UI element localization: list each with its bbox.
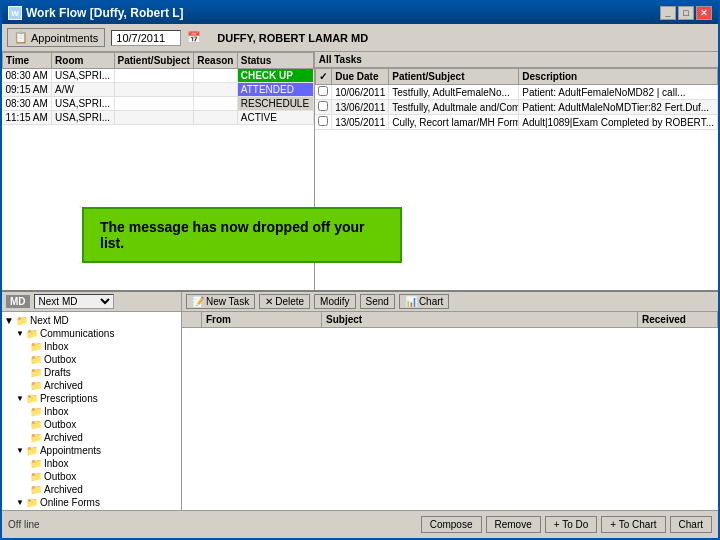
appt-reason: [194, 83, 237, 97]
close-button[interactable]: ✕: [696, 6, 712, 20]
task-due: 13/05/2011: [332, 115, 389, 130]
chart-button[interactable]: Chart: [670, 516, 712, 533]
remove-button[interactable]: Remove: [486, 516, 541, 533]
tree-item[interactable]: 📁 Archived: [4, 483, 179, 496]
upper-area: Time Room Patient/Subject Reason Status …: [2, 52, 718, 290]
col-time: Time: [3, 53, 52, 69]
calendar-icon[interactable]: 📅: [187, 31, 201, 44]
task-patient: Cully, Recort lamar/MH Form l...: [389, 115, 519, 130]
status-text: Off line: [8, 519, 40, 530]
footer-buttons: Compose Remove + To Do + To Chart Chart: [421, 516, 712, 533]
tree-expand-icon: ▼: [4, 315, 14, 326]
chart-top-button[interactable]: 📊 Chart: [399, 294, 449, 309]
tree-item[interactable]: 📁 Archived: [4, 379, 179, 392]
minimize-button[interactable]: _: [660, 6, 676, 20]
task-check: [315, 85, 332, 100]
appt-room: USA,SPRI...: [52, 111, 114, 125]
table-row[interactable]: 08:30 AM USA,SPRI... CHECK UP: [3, 69, 314, 83]
appt-room: USA,SPRI...: [52, 69, 114, 83]
folder-icon: 📁: [26, 445, 38, 456]
task-patient: Testfully, Adultmale and/Comp...: [389, 100, 519, 115]
tree-expand-icon: ▼: [16, 329, 24, 338]
window-icon: W: [8, 6, 22, 20]
appt-status: RESCHEDULE: [237, 97, 313, 111]
task-desc: Patient: AdultMaleNoMDTier:82 Fert.Duf..…: [519, 100, 718, 115]
appointments-table: Time Room Patient/Subject Reason Status …: [2, 52, 314, 125]
appt-reason: [194, 97, 237, 111]
new-task-button[interactable]: 📝 New Task: [186, 294, 255, 309]
delete-button[interactable]: ✕ Delete: [259, 294, 310, 309]
tasks-col-due: Due Date: [332, 69, 389, 85]
task-due: 10/06/2011: [332, 85, 389, 100]
tree-item-label: Outbox: [44, 419, 76, 430]
folder-icon: 📁: [30, 406, 42, 417]
tree-item-label: Inbox: [44, 458, 68, 469]
task-desc: Adult|1089|Exam Completed by ROBERT...: [519, 115, 718, 130]
tree-root-label: Next MD: [30, 315, 69, 326]
appt-patient: [114, 69, 194, 83]
tree-expand-icon: ▼: [16, 394, 24, 403]
to-chart-button[interactable]: + To Chart: [601, 516, 665, 533]
tree-item-label: Outbox: [44, 471, 76, 482]
col-patient: Patient/Subject: [114, 53, 194, 69]
tree-item-label: Archived: [44, 484, 83, 495]
col-reason: Reason: [194, 53, 237, 69]
tree-item[interactable]: 📁 Drafts: [4, 366, 179, 379]
table-row[interactable]: 08:30 AM USA,SPRI... RESCHEDULE: [3, 97, 314, 111]
tree-item[interactable]: ▼ 📁 Online Forms: [4, 496, 179, 509]
tree-item[interactable]: 📁 Outbox: [4, 353, 179, 366]
folder-icon: 📁: [26, 393, 38, 404]
tree-item-label: Drafts: [44, 367, 71, 378]
tree-item[interactable]: 📁 Inbox: [4, 405, 179, 418]
top-toolbar: 📋 Appointments 📅 DUFFY, ROBERT LAMAR MD: [2, 24, 718, 52]
modify-button[interactable]: Modify: [314, 294, 355, 309]
tree-item-label: Archived: [44, 432, 83, 443]
tree-item[interactable]: ▼ 📁 Prescriptions: [4, 392, 179, 405]
appt-patient: [114, 111, 194, 125]
maximize-button[interactable]: □: [678, 6, 694, 20]
tree-item[interactable]: 📁 Inbox: [4, 457, 179, 470]
table-row[interactable]: 13/05/2011 Cully, Recort lamar/MH Form l…: [315, 115, 717, 130]
tree-panel: MD Next MD ▼ 📁 Next MD ▼ 📁 Communication…: [2, 292, 182, 510]
tree-item[interactable]: 📁 Inbox: [4, 340, 179, 353]
chart-icon: 📊: [405, 296, 417, 307]
compose-button[interactable]: Compose: [421, 516, 482, 533]
message-list-header: From Subject Received: [182, 312, 718, 328]
table-row[interactable]: 13/06/2011 Testfully, Adultmale and/Comp…: [315, 100, 717, 115]
tree-root[interactable]: ▼ 📁 Next MD: [4, 314, 179, 327]
tree-item[interactable]: 📁 Outbox: [4, 418, 179, 431]
send-button[interactable]: Send: [360, 294, 395, 309]
table-row[interactable]: 10/06/2011 Testfully, AdultFemaleNo... P…: [315, 85, 717, 100]
msg-col-flag: [182, 312, 202, 327]
appt-room: USA,SPRI...: [52, 97, 114, 111]
folder-icon: 📁: [30, 471, 42, 482]
todo-button[interactable]: + To Do: [545, 516, 598, 533]
appointments-button[interactable]: 📋 Appointments: [7, 28, 105, 47]
tree-item-label: Communications: [40, 328, 114, 339]
task-desc: Patient: AdultFemaleNoMD82 | call...: [519, 85, 718, 100]
tree-item-label: Appointments: [40, 445, 101, 456]
tree-item[interactable]: 📁 Outbox: [4, 470, 179, 483]
tree-item-label: Prescriptions: [40, 393, 98, 404]
appointments-icon: 📋: [14, 31, 28, 44]
msg-col-subject: Subject: [322, 312, 638, 327]
task-due: 13/06/2011: [332, 100, 389, 115]
tasks-col-desc: Description: [519, 69, 718, 85]
appt-reason: [194, 69, 237, 83]
doctor-name: DUFFY, ROBERT LAMAR MD: [217, 32, 368, 44]
appt-patient: [114, 83, 194, 97]
task-check: [315, 115, 332, 130]
tree-item[interactable]: ▼ 📁 Communications: [4, 327, 179, 340]
tree-expand-icon: ▼: [16, 446, 24, 455]
table-row[interactable]: 09:15 AM A/W ATTENDED: [3, 83, 314, 97]
table-row[interactable]: 11:15 AM USA,SPRI... ACTIVE: [3, 111, 314, 125]
tree-item-label: Inbox: [44, 341, 68, 352]
date-input[interactable]: [111, 30, 181, 46]
tree-dropdown[interactable]: Next MD: [34, 294, 114, 309]
footer-bar: Off line Compose Remove + To Do + To Cha…: [2, 510, 718, 538]
appt-status: ACTIVE: [237, 111, 313, 125]
tree-item-label: Outbox: [44, 354, 76, 365]
tree-item[interactable]: 📁 Archived: [4, 431, 179, 444]
tree-item[interactable]: ▼ 📁 Appointments: [4, 444, 179, 457]
appt-time: 08:30 AM: [3, 97, 52, 111]
